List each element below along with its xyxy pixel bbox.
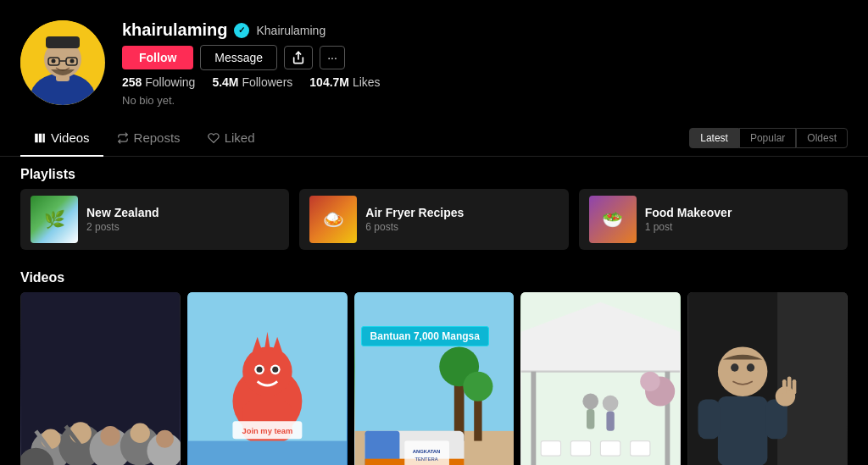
sort-oldest-button[interactable]: Oldest [796,128,848,148]
svg-point-10 [70,59,75,64]
svg-rect-65 [542,441,561,457]
svg-rect-14 [43,133,45,142]
video-card-3[interactable]: ANGKATAN TENTERA Bantuan 7,000 Mangsa 1.… [354,292,515,465]
playlist-name-nz: New Zealand [86,206,159,219]
video-thumb-2: Join my team 2.4M [187,292,348,465]
videos-label: Videos [0,260,868,292]
playlist-count-nz: 2 posts [86,221,159,233]
svg-rect-67 [601,441,620,457]
following-stat: 258 Following [122,75,195,89]
svg-point-71 [583,393,599,409]
svg-text:ANGKATAN: ANGKATAN [412,449,440,454]
playlist-thumb-foodmakeover: 🥗 [589,196,637,243]
svg-point-9 [52,59,56,64]
svg-rect-82 [782,379,787,395]
repost-icon [117,132,129,144]
playlist-name-airfryer: Air Fryer Recipes [365,206,464,219]
video-card-1[interactable]: Selamat Tinggal 😊 2.2M [20,292,181,465]
tab-videos[interactable]: Videos [20,120,103,157]
video-thumb-1: Selamat Tinggal 😊 2.2M [20,292,181,465]
playlists-row: 🌿 New Zealand 2 posts 🍛 Air Fryer Recipe… [0,189,868,260]
svg-rect-79 [698,399,721,439]
sort-popular-button[interactable]: Popular [739,128,796,148]
share-button[interactable] [284,46,313,69]
sort-controls: Latest Popular Oldest [689,128,848,148]
svg-rect-13 [39,133,42,142]
svg-rect-72 [587,409,594,429]
svg-point-33 [242,346,292,396]
svg-point-26 [156,430,174,448]
svg-text:Join my team: Join my team [242,427,292,435]
verified-icon: ✓ [234,23,249,38]
svg-rect-84 [793,379,797,395]
playlist-count-foodmakeover: 1 post [645,221,732,233]
video-card-4[interactable]: 1.6M [520,292,681,465]
bio: No bio yet. [122,94,381,107]
playlist-thumb-nz: 🌿 [31,196,78,243]
profile-name-row: khairulaming ✓ Khairulaming [122,20,381,40]
svg-point-85 [731,363,738,371]
more-button[interactable]: ··· [320,46,345,69]
svg-rect-31 [188,441,347,465]
video-thumb-3: ANGKATAN TENTERA Bantuan 7,000 Mangsa 1.… [354,292,515,465]
sort-latest-button[interactable]: Latest [689,128,739,148]
stats-row: 258 Following 5.4M Followers 104.7M Like… [122,75,381,89]
svg-point-24 [100,426,120,446]
svg-point-40 [272,367,278,373]
profile-info: khairulaming ✓ Khairulaming Follow Messa… [122,20,381,107]
svg-point-73 [603,396,619,412]
svg-rect-78 [718,396,768,465]
profile-username: khairulaming [122,20,227,40]
playlist-card-nz[interactable]: 🌿 New Zealand 2 posts [20,189,289,250]
svg-rect-12 [35,133,38,142]
tab-liked[interactable]: Liked [194,120,269,157]
message-button[interactable]: Message [200,45,277,70]
playlist-thumb-airfryer: 🍛 [309,196,357,243]
videos-icon [34,132,46,144]
profile-header: khairulaming ✓ Khairulaming Follow Messa… [0,0,868,120]
svg-rect-63 [531,372,537,465]
svg-rect-68 [631,441,650,457]
svg-point-86 [747,363,754,371]
svg-rect-66 [571,441,591,457]
svg-point-39 [256,367,262,373]
follow-button[interactable]: Follow [122,46,193,69]
video-card-5[interactable]: Pusat Gerakan Banjir 1.4M [687,292,848,465]
svg-text:TENTERA: TENTERA [415,457,437,462]
videos-row: Selamat Tinggal 😊 2.2M [0,292,868,465]
playlist-card-foodmakeover[interactable]: 🥗 Food Makeover 1 post [579,189,848,250]
svg-rect-83 [787,376,792,391]
playlist-count-airfryer: 6 posts [365,221,464,233]
svg-point-70 [641,372,660,391]
video-overlay-3: Bantuan 7,000 Mangsa [361,326,489,346]
svg-point-25 [131,423,150,443]
video-card-2[interactable]: Join my team 2.4M [187,292,348,465]
svg-rect-74 [607,411,615,430]
avatar [20,20,105,105]
playlist-card-airfryer[interactable]: 🍛 Air Fryer Recipes 6 posts [299,189,568,250]
tabs-row: Videos Reposts Liked Latest Popular Olde… [0,120,868,157]
like-icon [208,132,220,144]
video-thumb-5: Pusat Gerakan Banjir 1.4M [687,292,848,465]
svg-rect-5 [46,36,80,48]
playlists-label: Playlists [0,157,868,189]
svg-point-49 [463,372,492,401]
video-thumb-4: 1.6M [520,292,681,465]
profile-handle: Khairulaming [256,24,326,37]
likes-stat: 104.7M Likes [309,75,380,89]
svg-point-77 [718,346,768,396]
playlist-name-foodmakeover: Food Makeover [645,206,732,219]
tab-reposts[interactable]: Reposts [103,120,194,157]
followers-stat: 5.4M Followers [212,75,292,89]
profile-actions: Follow Message ··· [122,45,381,70]
